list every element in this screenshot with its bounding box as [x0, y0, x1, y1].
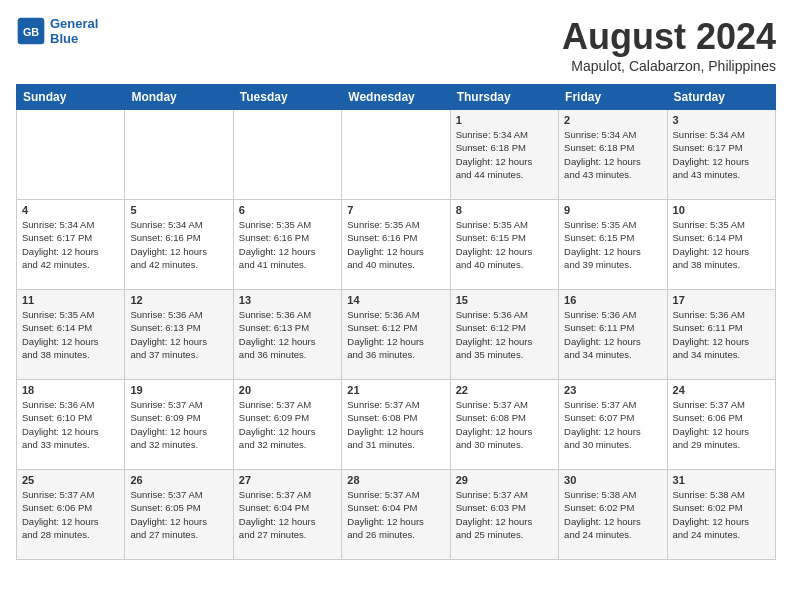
- calendar-cell: 22Sunrise: 5:37 AM Sunset: 6:08 PM Dayli…: [450, 380, 558, 470]
- cell-content: Sunrise: 5:38 AM Sunset: 6:02 PM Dayligh…: [673, 488, 770, 541]
- calendar-cell: 17Sunrise: 5:36 AM Sunset: 6:11 PM Dayli…: [667, 290, 775, 380]
- calendar-cell: 2Sunrise: 5:34 AM Sunset: 6:18 PM Daylig…: [559, 110, 667, 200]
- calendar-cell: 27Sunrise: 5:37 AM Sunset: 6:04 PM Dayli…: [233, 470, 341, 560]
- cell-content: Sunrise: 5:34 AM Sunset: 6:17 PM Dayligh…: [673, 128, 770, 181]
- logo-text-line1: General: [50, 16, 98, 31]
- calendar-header-row: SundayMondayTuesdayWednesdayThursdayFrid…: [17, 85, 776, 110]
- calendar-cell: 8Sunrise: 5:35 AM Sunset: 6:15 PM Daylig…: [450, 200, 558, 290]
- day-number: 10: [673, 204, 770, 216]
- cell-content: Sunrise: 5:37 AM Sunset: 6:07 PM Dayligh…: [564, 398, 661, 451]
- calendar-cell: [17, 110, 125, 200]
- cell-content: Sunrise: 5:34 AM Sunset: 6:17 PM Dayligh…: [22, 218, 119, 271]
- day-number: 17: [673, 294, 770, 306]
- calendar-cell: 20Sunrise: 5:37 AM Sunset: 6:09 PM Dayli…: [233, 380, 341, 470]
- day-of-week-header: Thursday: [450, 85, 558, 110]
- day-number: 28: [347, 474, 444, 486]
- day-number: 8: [456, 204, 553, 216]
- day-number: 7: [347, 204, 444, 216]
- cell-content: Sunrise: 5:38 AM Sunset: 6:02 PM Dayligh…: [564, 488, 661, 541]
- cell-content: Sunrise: 5:36 AM Sunset: 6:12 PM Dayligh…: [456, 308, 553, 361]
- calendar-cell: 31Sunrise: 5:38 AM Sunset: 6:02 PM Dayli…: [667, 470, 775, 560]
- cell-content: Sunrise: 5:34 AM Sunset: 6:18 PM Dayligh…: [456, 128, 553, 181]
- cell-content: Sunrise: 5:37 AM Sunset: 6:06 PM Dayligh…: [673, 398, 770, 451]
- day-number: 14: [347, 294, 444, 306]
- cell-content: Sunrise: 5:34 AM Sunset: 6:16 PM Dayligh…: [130, 218, 227, 271]
- calendar-cell: 6Sunrise: 5:35 AM Sunset: 6:16 PM Daylig…: [233, 200, 341, 290]
- calendar-cell: 1Sunrise: 5:34 AM Sunset: 6:18 PM Daylig…: [450, 110, 558, 200]
- calendar-week-row: 4Sunrise: 5:34 AM Sunset: 6:17 PM Daylig…: [17, 200, 776, 290]
- cell-content: Sunrise: 5:37 AM Sunset: 6:05 PM Dayligh…: [130, 488, 227, 541]
- svg-text:GB: GB: [23, 26, 39, 38]
- day-number: 6: [239, 204, 336, 216]
- day-number: 24: [673, 384, 770, 396]
- cell-content: Sunrise: 5:35 AM Sunset: 6:16 PM Dayligh…: [347, 218, 444, 271]
- cell-content: Sunrise: 5:37 AM Sunset: 6:09 PM Dayligh…: [239, 398, 336, 451]
- calendar-cell: 29Sunrise: 5:37 AM Sunset: 6:03 PM Dayli…: [450, 470, 558, 560]
- calendar-cell: [233, 110, 341, 200]
- cell-content: Sunrise: 5:36 AM Sunset: 6:13 PM Dayligh…: [239, 308, 336, 361]
- day-number: 30: [564, 474, 661, 486]
- cell-content: Sunrise: 5:35 AM Sunset: 6:15 PM Dayligh…: [564, 218, 661, 271]
- title-block: August 2024 Mapulot, Calabarzon, Philipp…: [562, 16, 776, 74]
- calendar-cell: 21Sunrise: 5:37 AM Sunset: 6:08 PM Dayli…: [342, 380, 450, 470]
- day-number: 9: [564, 204, 661, 216]
- calendar-week-row: 25Sunrise: 5:37 AM Sunset: 6:06 PM Dayli…: [17, 470, 776, 560]
- calendar-cell: 15Sunrise: 5:36 AM Sunset: 6:12 PM Dayli…: [450, 290, 558, 380]
- cell-content: Sunrise: 5:37 AM Sunset: 6:08 PM Dayligh…: [347, 398, 444, 451]
- day-of-week-header: Tuesday: [233, 85, 341, 110]
- day-number: 31: [673, 474, 770, 486]
- calendar-cell: 23Sunrise: 5:37 AM Sunset: 6:07 PM Dayli…: [559, 380, 667, 470]
- cell-content: Sunrise: 5:35 AM Sunset: 6:16 PM Dayligh…: [239, 218, 336, 271]
- calendar-cell: 9Sunrise: 5:35 AM Sunset: 6:15 PM Daylig…: [559, 200, 667, 290]
- day-number: 25: [22, 474, 119, 486]
- day-number: 4: [22, 204, 119, 216]
- cell-content: Sunrise: 5:37 AM Sunset: 6:06 PM Dayligh…: [22, 488, 119, 541]
- calendar-cell: 10Sunrise: 5:35 AM Sunset: 6:14 PM Dayli…: [667, 200, 775, 290]
- day-number: 3: [673, 114, 770, 126]
- logo-icon: GB: [16, 16, 46, 46]
- calendar-cell: 19Sunrise: 5:37 AM Sunset: 6:09 PM Dayli…: [125, 380, 233, 470]
- calendar-cell: 3Sunrise: 5:34 AM Sunset: 6:17 PM Daylig…: [667, 110, 775, 200]
- calendar-cell: [125, 110, 233, 200]
- calendar-cell: 12Sunrise: 5:36 AM Sunset: 6:13 PM Dayli…: [125, 290, 233, 380]
- calendar-cell: 30Sunrise: 5:38 AM Sunset: 6:02 PM Dayli…: [559, 470, 667, 560]
- calendar-cell: 16Sunrise: 5:36 AM Sunset: 6:11 PM Dayli…: [559, 290, 667, 380]
- logo-text-line2: Blue: [50, 31, 98, 46]
- day-number: 12: [130, 294, 227, 306]
- day-of-week-header: Monday: [125, 85, 233, 110]
- day-number: 15: [456, 294, 553, 306]
- calendar-cell: 4Sunrise: 5:34 AM Sunset: 6:17 PM Daylig…: [17, 200, 125, 290]
- day-number: 1: [456, 114, 553, 126]
- day-number: 23: [564, 384, 661, 396]
- calendar-cell: 13Sunrise: 5:36 AM Sunset: 6:13 PM Dayli…: [233, 290, 341, 380]
- day-number: 29: [456, 474, 553, 486]
- calendar-week-row: 11Sunrise: 5:35 AM Sunset: 6:14 PM Dayli…: [17, 290, 776, 380]
- day-number: 5: [130, 204, 227, 216]
- cell-content: Sunrise: 5:35 AM Sunset: 6:14 PM Dayligh…: [673, 218, 770, 271]
- month-title: August 2024: [562, 16, 776, 58]
- cell-content: Sunrise: 5:36 AM Sunset: 6:11 PM Dayligh…: [564, 308, 661, 361]
- cell-content: Sunrise: 5:36 AM Sunset: 6:12 PM Dayligh…: [347, 308, 444, 361]
- location: Mapulot, Calabarzon, Philippines: [562, 58, 776, 74]
- calendar-table: SundayMondayTuesdayWednesdayThursdayFrid…: [16, 84, 776, 560]
- day-number: 2: [564, 114, 661, 126]
- day-number: 27: [239, 474, 336, 486]
- day-number: 18: [22, 384, 119, 396]
- day-number: 21: [347, 384, 444, 396]
- day-of-week-header: Saturday: [667, 85, 775, 110]
- cell-content: Sunrise: 5:37 AM Sunset: 6:08 PM Dayligh…: [456, 398, 553, 451]
- day-of-week-header: Friday: [559, 85, 667, 110]
- calendar-cell: 14Sunrise: 5:36 AM Sunset: 6:12 PM Dayli…: [342, 290, 450, 380]
- day-number: 13: [239, 294, 336, 306]
- cell-content: Sunrise: 5:37 AM Sunset: 6:04 PM Dayligh…: [347, 488, 444, 541]
- calendar-cell: 26Sunrise: 5:37 AM Sunset: 6:05 PM Dayli…: [125, 470, 233, 560]
- cell-content: Sunrise: 5:35 AM Sunset: 6:14 PM Dayligh…: [22, 308, 119, 361]
- day-number: 22: [456, 384, 553, 396]
- calendar-cell: [342, 110, 450, 200]
- logo: GB General Blue: [16, 16, 98, 46]
- calendar-cell: 5Sunrise: 5:34 AM Sunset: 6:16 PM Daylig…: [125, 200, 233, 290]
- calendar-week-row: 1Sunrise: 5:34 AM Sunset: 6:18 PM Daylig…: [17, 110, 776, 200]
- page-header: GB General Blue August 2024 Mapulot, Cal…: [16, 16, 776, 74]
- day-of-week-header: Wednesday: [342, 85, 450, 110]
- calendar-cell: 25Sunrise: 5:37 AM Sunset: 6:06 PM Dayli…: [17, 470, 125, 560]
